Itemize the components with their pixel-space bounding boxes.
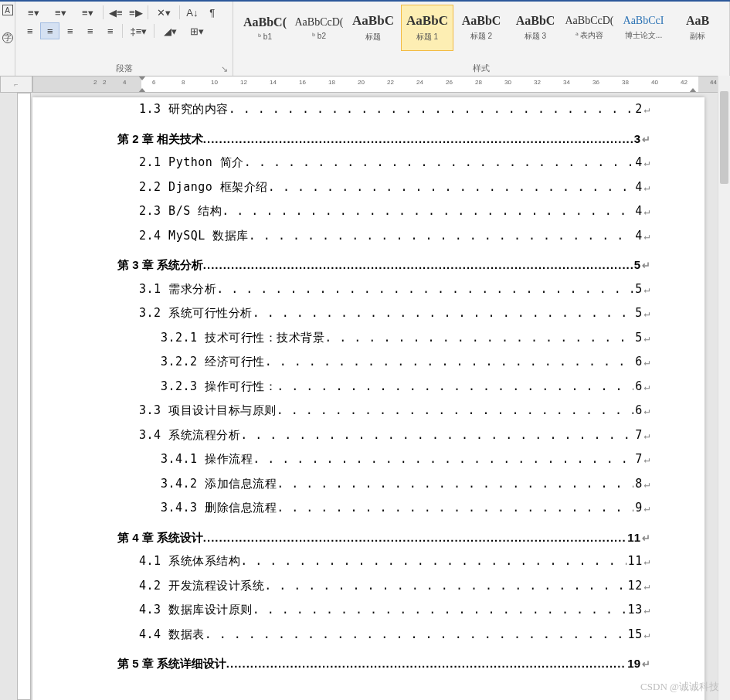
numbering-button[interactable]: ≡▾ [47, 4, 73, 21]
bullets-button[interactable]: ≡▾ [20, 4, 46, 21]
toc-page-number: 5 [633, 277, 643, 302]
toc-text: 3.2 系统可行性分析 [139, 301, 253, 326]
toc-page-number: 19 [626, 651, 640, 676]
toc-entry[interactable]: 第 4 章 系统设计11↵ [117, 525, 650, 550]
paragraph-mark-icon: ↵ [644, 152, 650, 173]
sort-button[interactable]: A↓ [182, 4, 202, 21]
toc-entry[interactable]: 1.3 研究的内容2↵ [117, 97, 650, 122]
borders-button[interactable]: ⊞▾ [184, 22, 210, 39]
increase-indent-button[interactable]: ≡▶ [126, 4, 145, 21]
paragraph-mark-icon: ↵ [644, 576, 650, 596]
vertical-scrollbar[interactable] [718, 76, 730, 700]
tab-selector[interactable]: ⌐ [0, 76, 32, 93]
paragraph-mark-icon: ↵ [644, 400, 650, 421]
horizontal-ruler[interactable]: ⌐ 22468101214161820222426283032343638404… [0, 76, 730, 93]
toc-leader [244, 151, 633, 175]
toc-page-number: 7 [633, 423, 643, 448]
toc-entry[interactable]: 3.4.1 操作流程7↵ [117, 447, 650, 472]
justify-button[interactable]: ≡ [80, 22, 100, 39]
toc-entry[interactable]: 3.2 系统可行性分析5↵ [117, 301, 650, 326]
font-color-icon[interactable]: A [2, 5, 13, 15]
paragraph-mark-icon: ↵ [644, 376, 650, 397]
toc-entry[interactable]: 4.1 系统体系结构11↵ [117, 549, 650, 574]
toc-entry[interactable]: 2.2 Django 框架介绍4↵ [117, 175, 650, 200]
toc-leader [253, 447, 633, 472]
toc-entry[interactable]: 3.2.2 经济可行性6↵ [117, 350, 650, 375]
toc-entry[interactable]: 4.4 数据表15↵ [117, 623, 650, 647]
watermark-text: CSDN @诚诚科技 [640, 680, 719, 694]
ruler-tick: 2 [93, 79, 97, 86]
toc-text: 3.4 系统流程分析 [139, 423, 240, 448]
style-item-ᵃ-表内容[interactable]: AaBbCcD(ᵃ 表内容 [563, 5, 616, 51]
style-item-标题[interactable]: AaBbC标题 [347, 5, 399, 51]
toc-entry[interactable]: 2.1 Python 简介4↵ [117, 151, 650, 175]
toc-leader [249, 224, 633, 249]
toc-entry[interactable]: 第 5 章 系统详细设计19↵ [117, 651, 650, 676]
toc-entry[interactable]: 3.4.3 删除信息流程9↵ [117, 496, 650, 521]
toc-page-number: 9 [633, 496, 643, 521]
distributed-button[interactable]: ≡ [100, 22, 120, 39]
toc-entry[interactable]: 2.4 MySQL 数据库4↵ [117, 224, 650, 249]
style-item-标题-3[interactable]: AaBbC标题 3 [509, 5, 562, 51]
toc-text: 4.2 开发流程设计系统 [139, 574, 264, 599]
toc-entry[interactable]: 第 3 章 系统分析5↵ [117, 253, 650, 277]
enclose-char-icon[interactable]: 字 [2, 32, 13, 43]
ruler-tick: 36 [592, 79, 599, 86]
toc-entry[interactable]: 3.3 项目设计目标与原则6↵ [117, 399, 650, 423]
ruler-tick: 44 [710, 79, 717, 86]
toc-text: 2.1 Python 简介 [139, 151, 244, 175]
toc-entry[interactable]: 3.4.2 添加信息流程8↵ [117, 472, 650, 497]
vertical-ruler[interactable] [17, 93, 31, 700]
align-right-button[interactable]: ≡ [60, 22, 80, 39]
align-center-button[interactable]: ≡ [40, 22, 59, 39]
paragraph-mark-icon: ↵ [644, 303, 650, 324]
ruler-tick: 20 [358, 79, 365, 86]
toc-leader [226, 651, 626, 676]
style-item-标题-2[interactable]: AaBbC标题 2 [455, 5, 508, 51]
toc-entry[interactable]: 3.2.1 技术可行性：技术背景5↵ [117, 326, 650, 351]
style-item-副标[interactable]: AaB副标 [671, 5, 724, 51]
document-page[interactable]: 1.3 研究的内容2↵第 2 章 相关技术3↵2.1 Python 简介4↵2.… [32, 97, 705, 700]
toc-leader [203, 253, 633, 277]
ruler-tick: 12 [240, 79, 247, 86]
shading-button[interactable]: ◢▾ [157, 22, 183, 39]
ruler-tick: 18 [328, 79, 335, 86]
first-line-indent-marker[interactable] [138, 76, 146, 80]
document-area[interactable]: 1.3 研究的内容2↵第 2 章 相关技术3↵2.1 Python 简介4↵2.… [0, 93, 730, 700]
scroll-thumb[interactable] [720, 91, 728, 184]
toc-leader [203, 127, 633, 151]
toc-page-number: 11 [626, 525, 640, 550]
ruler-tick: 24 [416, 79, 423, 86]
toc-entry[interactable]: 4.3 数据库设计原则13↵ [117, 598, 650, 623]
show-marks-button[interactable]: ¶ [202, 4, 222, 21]
align-left-button[interactable]: ≡ [20, 22, 39, 39]
paragraph-mark-icon: ↵ [644, 226, 650, 246]
toc-entry[interactable]: 3.2.3 操作可行性：6↵ [117, 375, 650, 399]
style-item-标题-1[interactable]: AaBbC标题 1 [401, 5, 453, 51]
style-item-ᵇ-b1[interactable]: AaBbC(ᵇ b1 [239, 5, 291, 51]
toc-text: 3.4.1 操作流程 [161, 447, 253, 472]
multilevel-list-button[interactable]: ≡▾ [74, 4, 100, 21]
ruler-tick: 4 [123, 79, 126, 86]
toc-leader [277, 472, 633, 497]
toc-page-number: 2 [633, 97, 643, 122]
toc-page-number: 11 [626, 549, 643, 574]
style-item-博士论文...[interactable]: AaBbCcI博士论文... [617, 5, 670, 51]
toc-entry[interactable]: 3.1 需求分析5↵ [117, 277, 650, 302]
paragraph-mark-icon: ↵ [642, 528, 650, 549]
styles-gallery[interactable]: AaBbC(ᵇ b1AaBbCcD(ᵇ b2AaBbC标题AaBbC标题 1Aa… [238, 4, 725, 53]
paragraph-launcher-icon[interactable]: ↘ [221, 64, 230, 73]
paragraph-mark-icon: ↵ [644, 279, 650, 300]
toc-page-number: 8 [633, 472, 643, 497]
style-item-ᵇ-b2[interactable]: AaBbCcD(ᵇ b2 [293, 5, 345, 51]
line-spacing-button[interactable]: ‡≡▾ [125, 22, 151, 39]
decrease-indent-button[interactable]: ◀≡ [106, 4, 125, 21]
toc-text: 4.3 数据库设计原则 [139, 598, 253, 623]
toc-entry[interactable]: 2.3 B/S 结构4↵ [117, 199, 650, 224]
toc-entry[interactable]: 第 2 章 相关技术3↵ [117, 127, 650, 151]
toc-entry[interactable]: 4.2 开发流程设计系统12↵ [117, 574, 650, 599]
toc-page-number: 3 [633, 127, 640, 151]
toc-text: 第 3 章 系统分析 [117, 253, 203, 277]
text-direction-button[interactable]: ✕▾ [151, 4, 177, 21]
toc-entry[interactable]: 3.4 系统流程分析7↵ [117, 423, 650, 448]
